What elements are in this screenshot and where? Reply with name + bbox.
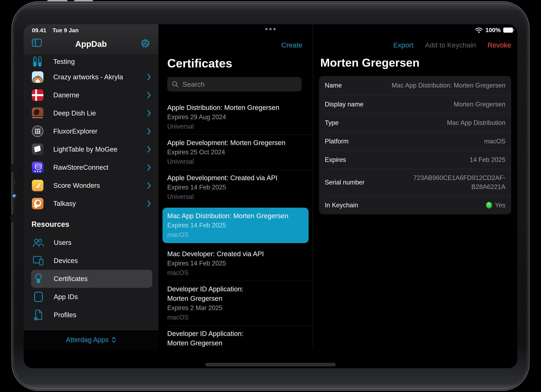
row-label: Serial number: [325, 179, 364, 186]
sidebar-item-rawstoreconnect[interactable]: RawStoreConnect: [24, 158, 158, 177]
row-value: Mac App Distribution: [447, 119, 505, 127]
status-time: 09.41: [32, 27, 46, 34]
certificate-title: Developer ID Application: Morten Gregers…: [167, 329, 256, 348]
certificate-title: Apple Development: Created via API: [167, 173, 304, 183]
serial-line-2: B28A6221A: [413, 183, 505, 192]
bottom-band: [24, 349, 517, 368]
sidebar: 09.41 Tue 9 Jan AppDab: [24, 24, 158, 349]
chevron-right-icon: [147, 200, 151, 207]
sidebar-item-label: Users: [54, 239, 71, 247]
certificate-list-item[interactable]: Developer ID Application: Morten Gregers…: [158, 326, 313, 349]
certificate-list-item-selected[interactable]: Mac App Distribution: Morten Gregersen E…: [162, 208, 309, 243]
sidebar-item-testing[interactable]: Testing: [24, 55, 158, 68]
sidebar-item-label: Talkasy: [53, 200, 147, 208]
sidebar-item-lighttable[interactable]: LightTable by MoGee: [24, 140, 158, 158]
detail-title: Morten Gregersen: [320, 56, 419, 69]
status-date: Tue 9 Jan: [52, 27, 78, 34]
certificate-platform: macOS: [167, 230, 304, 239]
certificate-list-item[interactable]: Developer ID Application: Morten Gregers…: [158, 281, 313, 326]
detail-row-display-name: Display name Morten Gregersen: [319, 95, 511, 113]
revoke-button[interactable]: Revoke: [488, 41, 511, 49]
chevron-right-icon: [147, 164, 151, 171]
profiles-icon: [32, 309, 45, 321]
row-label: Platform: [325, 138, 349, 145]
search-icon: [172, 81, 179, 88]
certificate-detail-panel: Export Add to Keychain Revoke Morten Gre…: [313, 24, 517, 349]
ipad-screen: 100% 09.41 Tue 9 Jan: [24, 24, 517, 368]
settings-button[interactable]: [141, 39, 150, 48]
certificate-expires: Expires 25 Oct 2024: [167, 148, 304, 157]
sidebar-item-label: Certificates: [54, 275, 88, 283]
talkasy-app-icon: [32, 198, 43, 209]
certificate-platform: Universal: [167, 157, 304, 166]
deep-dish-lie-app-icon: UNOFFICIAL: [32, 107, 43, 119]
chevron-right-icon: [147, 182, 151, 189]
certificate-list-item[interactable]: Apple Distribution: Morten Gregersen Exp…: [158, 100, 313, 135]
multitasking-ellipsis-icon[interactable]: [265, 28, 276, 30]
sidebar-item-users[interactable]: Users: [31, 234, 152, 252]
certificate-list-item[interactable]: Apple Development: Morten Gregersen Expi…: [158, 135, 313, 170]
add-to-keychain-button[interactable]: Add to Keychain: [425, 41, 476, 49]
sidebar-item-label: RawStoreConnect: [53, 163, 147, 171]
sidebar-item-score-wonders[interactable]: Score Wonders: [24, 177, 158, 194]
certificate-expires: Expires 2 Mar 2025: [167, 303, 304, 313]
detail-row-serial-number: Serial number 723AB960CE1A6FD912CD2AF- B…: [319, 169, 511, 196]
team-selector-label: Atterdag Apps: [66, 336, 109, 344]
team-selector[interactable]: Atterdag Apps: [24, 330, 158, 349]
certificate-list-item[interactable]: Apple Development: Created via API Expir…: [158, 170, 313, 205]
keychain-status-dot: [486, 202, 492, 209]
row-value: macOS: [484, 138, 505, 145]
row-label: Display name: [325, 101, 364, 108]
sidebar-item-label: Devices: [54, 257, 78, 265]
sidebar-item-danerne[interactable]: Danerne: [24, 86, 158, 104]
certificate-expires: Expires 14 Feb 2025: [167, 183, 304, 192]
users-icon: [32, 236, 45, 249]
row-value: Morten Gregersen: [453, 101, 505, 108]
sidebar-item-crazy-artworks[interactable]: Crazy artworks - Akryla: [24, 68, 158, 86]
app-ids-icon: [32, 291, 45, 303]
camera-sensor-icon: [14, 182, 16, 183]
certificates-panel-title: Certificates: [167, 56, 232, 70]
up-down-chevron-icon: [111, 336, 116, 343]
sidebar-item-profiles[interactable]: Profiles: [31, 306, 152, 324]
status-bar-right: 100%: [475, 27, 513, 34]
sidebar-item-certificates[interactable]: Certificates: [31, 270, 152, 288]
chevron-right-icon: [147, 74, 151, 80]
sidebar-item-talkasy[interactable]: Talkasy: [24, 194, 158, 213]
certificate-ribbon-icon: [32, 273, 45, 285]
certificates-panel: Create Certificates Apple Distribution: …: [158, 24, 313, 349]
rawstoreconnect-app-icon: [32, 162, 43, 173]
sidebar-item-fluxorexplorer[interactable]: FluxorExplorer: [24, 122, 158, 140]
sidebar-item-app-ids[interactable]: App IDs: [31, 288, 152, 306]
sidebar-item-devices[interactable]: Devices: [31, 252, 152, 270]
sidebar-item-deep-dish-lie[interactable]: UNOFFICIAL Deep Dish Lie: [24, 104, 158, 122]
certificate-expires: Expires 14 Feb 2025: [167, 259, 304, 268]
search-input[interactable]: [182, 80, 290, 89]
chevron-right-icon: [147, 110, 151, 117]
search-field[interactable]: [167, 77, 302, 92]
row-value: 14 Feb 2025: [470, 156, 505, 163]
certificate-expires: Expires 29 Aug 2024: [167, 112, 304, 122]
sidebar-list: Testing Crazy artworks - Akryla Danerne: [24, 55, 158, 330]
unofficial-badge: UNOFFICIAL: [32, 116, 43, 119]
certificate-title: Apple Development: Morten Gregersen: [167, 138, 304, 148]
battery-percent: 100%: [485, 27, 501, 34]
certificate-list-item[interactable]: Mac Developer: Created via API Expires 1…: [158, 246, 313, 281]
page: { "device": { "time": "09.41", "date": "…: [0, 0, 541, 392]
appdab-window: 09.41 Tue 9 Jan AppDab: [24, 24, 517, 350]
devices-icon: [32, 255, 45, 267]
score-wonders-app-icon: [32, 180, 43, 191]
sidebar-item-label: Danerne: [53, 91, 147, 99]
export-button[interactable]: Export: [393, 41, 413, 49]
create-button[interactable]: Create: [281, 41, 302, 49]
sidebar-item-label: Deep Dish Lie: [53, 109, 147, 117]
certificate-platform: macOS: [167, 313, 304, 322]
certificate-platform: Universal: [167, 192, 304, 202]
certificate-platform: macOS: [167, 268, 304, 278]
row-label: In Keychain: [325, 202, 358, 209]
danerne-app-icon: [32, 89, 43, 101]
home-indicator[interactable]: [205, 363, 336, 366]
certificate-title: Developer ID Application: Morten Gregers…: [167, 284, 256, 303]
row-label: Type: [325, 119, 338, 127]
detail-row-name: Name Mac App Distribution: Morten Greger…: [319, 76, 511, 95]
